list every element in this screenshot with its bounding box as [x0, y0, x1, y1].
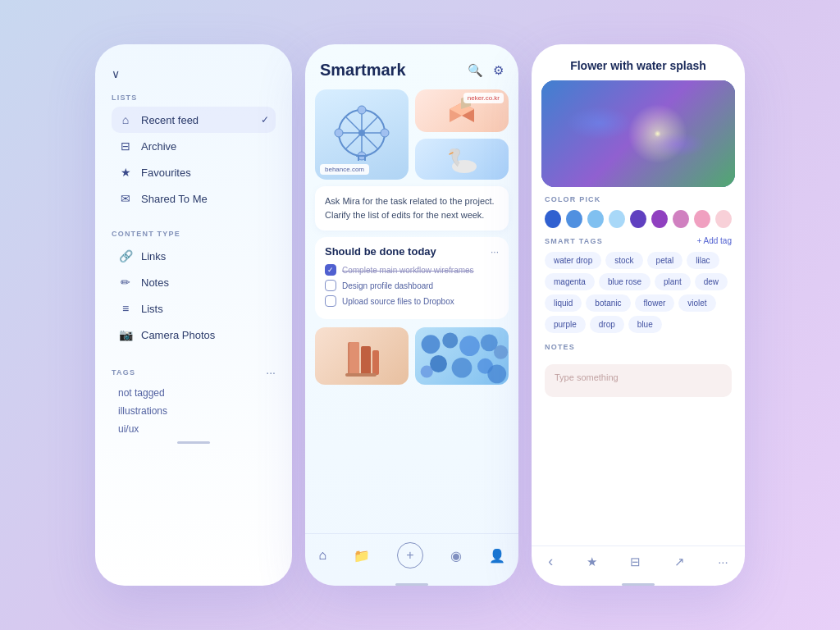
svg-point-40	[642, 113, 675, 146]
sidebar-item-links[interactable]: 🔗 Links	[112, 243, 276, 269]
task-text-0: Complete main workflow wireframes	[342, 266, 474, 275]
smart-tags-section: SMART TAGS + Add tag water drop stock pe…	[532, 236, 745, 343]
svg-point-45	[587, 136, 591, 139]
tag-liquid[interactable]: liquid	[545, 294, 582, 312]
swan-card[interactable]	[415, 139, 509, 180]
mail-icon: ✉	[118, 191, 133, 206]
mid-header: Smartmark 🔍 ⚙	[305, 44, 518, 89]
color-dot-3[interactable]	[609, 210, 625, 228]
more-icon[interactable]: ···	[718, 555, 728, 568]
blue-flowers-card[interactable]	[415, 327, 509, 385]
tag-dew[interactable]: dew	[695, 273, 728, 290]
color-dot-5[interactable]	[651, 210, 668, 228]
svg-point-7	[335, 129, 343, 137]
blue-flowers-svg	[415, 327, 509, 385]
nav-home-icon[interactable]: ⌂	[318, 548, 326, 563]
bottom-images	[315, 327, 509, 385]
tag-blue-rose[interactable]: blue rose	[599, 273, 651, 290]
svg-point-8	[381, 129, 389, 137]
color-dot-2[interactable]	[587, 210, 604, 228]
color-dot-6[interactable]	[673, 210, 689, 228]
tag-lilac[interactable]: lilac	[687, 252, 719, 269]
color-dot-8[interactable]	[715, 210, 732, 228]
sidebar-item-lists[interactable]: ≡ Lists	[112, 295, 276, 322]
svg-rect-21	[349, 342, 359, 375]
detail-title: Flower with water splash	[532, 44, 745, 80]
notes-input[interactable]: Type something	[545, 364, 732, 397]
task-text-1: Design profile dashboard	[342, 281, 433, 290]
recent-feed-label: Recent feed	[141, 114, 199, 126]
tag-violet[interactable]: violet	[678, 294, 715, 312]
sidebar-item-favourites[interactable]: ★ Favourites	[112, 159, 276, 185]
lists-section-label: LISTS	[112, 94, 276, 102]
back-icon[interactable]: ‹	[548, 553, 553, 570]
color-dot-0[interactable]	[545, 210, 561, 228]
share-icon[interactable]: ↗	[674, 555, 685, 569]
notes-placeholder: Type something	[555, 372, 619, 382]
task-header: Should be done today ···	[325, 245, 499, 258]
tag-botanic[interactable]: botanic	[586, 294, 630, 312]
tags-section-label: TAGS	[112, 368, 135, 377]
tag-water-drop[interactable]: water drop	[545, 252, 601, 269]
svg-point-37	[589, 80, 687, 187]
lists-label: Lists	[141, 303, 163, 315]
svg-rect-23	[372, 350, 379, 375]
filter-icon[interactable]: ⚙	[493, 63, 504, 78]
tag-not-tagged[interactable]: not tagged	[112, 384, 276, 402]
checkbox-0[interactable]	[325, 264, 336, 276]
svg-point-43	[628, 103, 632, 107]
tag-drop[interactable]: drop	[590, 316, 624, 333]
left-phone: ∨ LISTS ⌂ Recent feed ✓ ⊟ Archive ★ Favo…	[95, 44, 292, 586]
svg-point-9	[358, 130, 365, 136]
svg-point-26	[442, 333, 458, 349]
nav-person-icon[interactable]: 👤	[489, 548, 505, 564]
color-dot-4[interactable]	[630, 210, 646, 228]
tag-blue[interactable]: blue	[628, 316, 662, 333]
tag-plant[interactable]: plant	[655, 273, 691, 290]
behance-label: behance.com	[320, 164, 369, 175]
task-item-2[interactable]: Upload source files to Dropbox	[325, 295, 499, 307]
tag-illustrations[interactable]: illustrations	[112, 402, 276, 420]
checkbox-1[interactable]	[325, 280, 336, 291]
ferris-wheel-card[interactable]: behance.com	[315, 89, 409, 180]
svg-point-5	[358, 106, 366, 114]
camera-label: Camera Photos	[141, 329, 215, 341]
color-dot-7[interactable]	[694, 210, 710, 228]
sidebar-item-archive[interactable]: ⊟ Archive	[112, 133, 276, 159]
favorite-icon[interactable]: ★	[587, 555, 597, 569]
sidebar-item-recent-feed[interactable]: ⌂ Recent feed ✓	[112, 107, 276, 133]
sidebar-item-notes[interactable]: ✏ Notes	[112, 269, 276, 295]
task-item-1[interactable]: Design profile dashboard	[325, 280, 499, 291]
tags-more-button[interactable]: ···	[266, 366, 276, 379]
flower-image	[541, 80, 735, 187]
right-col: neker.co.kr	[415, 89, 509, 180]
camera-icon: 📷	[118, 327, 133, 342]
nav-folder-icon[interactable]: 📁	[354, 548, 370, 564]
tag-purple[interactable]: purple	[545, 316, 586, 333]
sidebar-item-camera[interactable]: 📷 Camera Photos	[112, 322, 276, 348]
neker-card[interactable]: neker.co.kr	[415, 89, 509, 132]
tag-petal[interactable]: petal	[647, 252, 683, 269]
flower-detail-svg	[541, 80, 735, 187]
tag-ui-ux[interactable]: ui/ux	[112, 420, 276, 438]
favourites-label: Favourites	[141, 167, 191, 179]
star-icon: ★	[118, 165, 133, 180]
task-more-icon[interactable]: ···	[491, 246, 499, 258]
tag-magenta[interactable]: magenta	[545, 273, 595, 290]
tag-flower[interactable]: flower	[635, 294, 675, 312]
sidebar-item-shared[interactable]: ✉ Shared To Me	[112, 185, 276, 212]
note-card[interactable]: Ask Mira for the task related to the pro…	[315, 186, 509, 231]
color-dot-1[interactable]	[566, 210, 582, 228]
search-icon[interactable]: 🔍	[468, 63, 483, 78]
checkbox-2[interactable]	[325, 295, 336, 307]
add-tag-button[interactable]: + Add tag	[696, 236, 732, 245]
list-icon: ≡	[118, 301, 133, 316]
svg-point-29	[494, 345, 508, 359]
nav-add-button[interactable]: +	[397, 542, 423, 568]
archive-detail-icon[interactable]: ⊟	[630, 555, 641, 569]
books-card[interactable]	[315, 327, 409, 385]
nav-eye-icon[interactable]: ◉	[450, 548, 462, 564]
chevron-down-icon[interactable]: ∨	[112, 67, 276, 80]
tag-stock[interactable]: stock	[605, 252, 642, 269]
task-item-0[interactable]: Complete main workflow wireframes	[325, 264, 499, 276]
